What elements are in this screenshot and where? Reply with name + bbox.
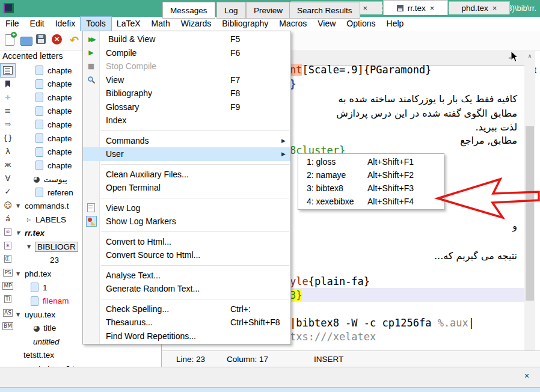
relation-symbols-icon[interactable]: ≡ [1,104,15,117]
menubar-latex[interactable]: LaTeX [111,17,146,31]
menu-item-commands[interactable]: Commands▶ [83,134,290,148]
build-view-icon: ▶▶ [83,35,99,43]
submenu-item-gloss[interactable]: 1: glossAlt+Shift+F1 [298,155,444,168]
menu-item-check-spelling[interactable]: Check Spelling...Ctrl+: [83,302,290,316]
editor-text-fa: کافیه فقط یک بار با یوزرکامند ساخته شده … [338,93,517,105]
scroll-up-icon[interactable]: ∧ [524,51,535,61]
menu-separator [101,130,289,131]
cyrillic-symbols-icon[interactable]: ж [1,158,15,171]
menu-item-clean-auxiliary[interactable]: Clean Auxiliary Files... [83,168,290,182]
logic-symbols-icon[interactable]: ∀ [1,171,15,185]
menu-item-find-word-repetitions[interactable]: Find Word Repetitions... [83,329,290,343]
menubar-edit[interactable]: Edit [25,17,50,31]
menu-item-view-log[interactable]: View Log [83,201,290,215]
editor-text-fa: مطابق الگوی گفته شده در این درس پردازش [336,108,517,119]
menu-item-view[interactable]: ViewF7 [83,73,290,87]
new-file-button[interactable]: + [5,34,17,46]
menu-item-stop-compile: ■Stop Compile [83,60,290,73]
as-panel-icon[interactable]: AS [1,306,15,319]
mp-panel-icon[interactable]: MP [1,279,15,292]
tab-close-icon[interactable]: × [430,4,435,13]
menu-item-compile[interactable]: ▶CompileF6 [83,46,290,60]
open-file-button[interactable] [20,34,32,46]
menubar-idefix[interactable]: Idefix [50,17,81,31]
page-icon [35,188,43,197]
menubar-view[interactable]: View [312,17,341,31]
menubar-bibliography[interactable]: Bibliography [216,17,274,31]
bm-panel-icon[interactable]: BM [1,319,15,332]
undo-button[interactable]: ↶ [70,34,82,46]
division-symbols-icon[interactable]: ÷ [1,91,15,104]
status-mode: INSERT [314,355,343,364]
log-markers-icon [83,216,99,226]
current-line-highlight [290,288,524,302]
page-icon [35,66,43,75]
structure-panel-icon[interactable] [1,64,15,77]
check-symbols-icon[interactable]: ✓ [1,185,15,198]
menubar-math[interactable]: Math [146,17,176,31]
tools-menu: ▶▶Build & ViewF5 ▶CompileF6 ■Stop Compil… [82,31,291,345]
expander-open-icon[interactable]: ▼ [16,203,25,209]
submenu-item-xexebibxe[interactable]: 4: xexebibxeAlt+Shift+F4 [298,195,444,208]
menubar-tools[interactable]: Tools [81,17,111,31]
tab-messages[interactable]: Messages [162,2,215,19]
editor-text-fa: لذت ببرید. [476,121,517,133]
window-bottom-edge [0,387,540,392]
menu-item-generate-random-text[interactable]: Generate Random Text... [83,282,290,296]
bookmarks-panel-icon[interactable] [1,77,15,90]
expander-open-icon[interactable]: ▼ [16,230,25,236]
greek-symbols-icon[interactable]: λ [1,144,15,158]
user-submenu: 1: glossAlt+Shift+F1 2: namayeAlt+Shift+… [298,153,444,210]
menubar-options[interactable]: Options [341,17,381,31]
menu-item-thesaurus[interactable]: Thesaurus...Ctrl+Shift+F8 [83,316,290,329]
accented-letters-icon[interactable]: á [1,212,15,225]
close-panel-icon[interactable]: × [524,371,529,381]
expander-open-icon[interactable]: ▼ [16,312,25,317]
ps-panel-icon[interactable]: PS [1,266,15,279]
menu-item-convert-to-html[interactable]: Convert to Html... [83,235,290,249]
menubar-macros[interactable]: Macros [274,17,312,31]
tab-rr-tex[interactable]: rr.tex× [383,0,448,15]
menubar-file[interactable]: File [0,17,25,31]
app-icon [4,3,14,13]
menu-item-show-log-markers[interactable]: Show Log Markers [83,215,290,228]
tab-log[interactable]: Log [216,2,246,19]
menu-bar: File Edit Idefix Tools LaTeX Math Wizard… [0,17,540,31]
tree-row[interactable]: tetstt.tex [15,348,161,362]
bracket-symbols-icon[interactable]: ([. [1,252,15,265]
expander-closed-icon[interactable]: ▷ [27,217,35,222]
menu-item-build-view[interactable]: ▶▶Build & ViewF5 [83,32,290,46]
ti-panel-icon[interactable]: TI [1,293,15,306]
menu-item-glossary[interactable]: GlossaryF9 [83,100,290,114]
menubar-help[interactable]: Help [381,17,410,31]
expander-open-icon[interactable]: ▼ [27,244,35,250]
menubar-wizards[interactable]: Wizards [176,17,217,31]
submenu-item-bibtex8[interactable]: 3: bibtex8Alt+Shift+F3 [298,182,444,195]
bottom-panel-bar [0,367,540,388]
misc-symbols-icon[interactable]: ☺ [1,198,15,212]
mouse-cursor [511,51,519,63]
compile-icon: ▶ [83,49,99,57]
menu-item-analyse-text[interactable]: Analyse Text... [83,269,290,283]
tab-close-icon[interactable]: × [363,4,368,13]
tab-search-results[interactable]: Search Results [289,2,360,19]
arrow-symbols-icon[interactable]: ⇒ [1,118,15,131]
menu-item-user[interactable]: User▶ [83,147,290,161]
infinity-symbols-icon[interactable]: ∞ [1,225,15,239]
asterisk-symbols-icon[interactable]: ∗ [1,239,15,252]
tab-close-icon[interactable]: × [492,4,497,13]
menu-item-open-terminal[interactable]: Open Terminal [83,181,290,195]
menu-item-bibliography[interactable]: BibliographyF8 [83,87,290,100]
submenu-item-namaye[interactable]: 2: namayeAlt+Shift+F2 [298,168,444,182]
tab-phd-tex[interactable]: phd.tex× [449,1,510,14]
brace-symbols-icon[interactable]: {} [1,131,15,144]
status-column: Column: 17 [227,355,268,364]
expander-open-icon[interactable]: ▼ [16,271,25,277]
close-icon: ✕ [52,34,62,44]
menu-item-convert-source-to-html[interactable]: Convert Source to Html... [83,248,290,262]
menu-item-index[interactable]: Index [83,114,290,127]
close-file-button[interactable]: ✕ [52,34,64,46]
tab-preview[interactable]: Preview [246,2,290,19]
magnifier-icon [83,76,99,84]
save-button[interactable] [36,34,48,46]
